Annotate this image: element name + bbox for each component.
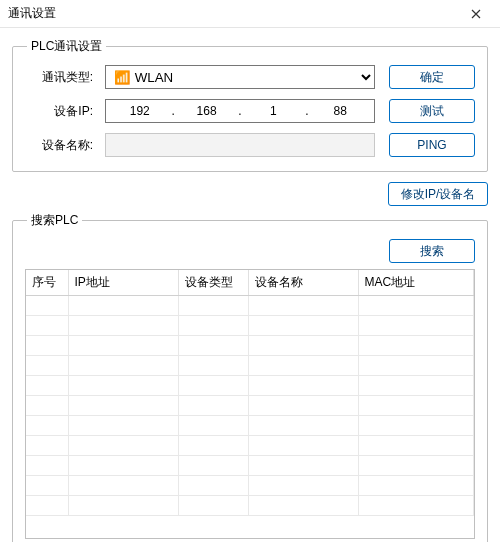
cell-ip (68, 376, 178, 396)
cell-name (248, 456, 358, 476)
cell-ip (68, 436, 178, 456)
cell-name (248, 416, 358, 436)
cell-name (248, 296, 358, 316)
cell-type (178, 416, 248, 436)
cell-mac (358, 416, 474, 436)
results-table-container: 序号 IP地址 设备类型 设备名称 MAC地址 (25, 269, 475, 539)
col-seq[interactable]: 序号 (26, 270, 68, 296)
cell-type (178, 336, 248, 356)
cell-mac (358, 296, 474, 316)
cell-ip (68, 416, 178, 436)
cell-ip (68, 316, 178, 336)
cell-name (248, 316, 358, 336)
search-group-legend: 搜索PLC (27, 212, 82, 229)
cell-ip (68, 296, 178, 316)
plc-comm-settings-group: PLC通讯设置 通讯类型: 📶 WLAN 设备IP: (12, 38, 488, 172)
cell-mac (358, 316, 474, 336)
cell-ip (68, 396, 178, 416)
cell-type (178, 376, 248, 396)
modify-ip-name-button[interactable]: 修改IP/设备名 (388, 182, 488, 206)
ip-octet-4[interactable] (308, 101, 371, 121)
cell-seq (26, 476, 68, 496)
cell-type (178, 456, 248, 476)
cell-seq (26, 336, 68, 356)
cell-mac (358, 456, 474, 476)
cell-name (248, 396, 358, 416)
cell-seq (26, 456, 68, 476)
cell-ip (68, 476, 178, 496)
cell-ip (68, 356, 178, 376)
ping-button[interactable]: PING (389, 133, 475, 157)
title-bar: 通讯设置 (0, 0, 500, 28)
table-row[interactable] (26, 296, 474, 316)
cell-ip (68, 456, 178, 476)
device-ip-input[interactable]: . . . (105, 99, 375, 123)
col-mac[interactable]: MAC地址 (358, 270, 474, 296)
window-title: 通讯设置 (8, 5, 460, 22)
test-button[interactable]: 测试 (389, 99, 475, 123)
cell-mac (358, 396, 474, 416)
cell-type (178, 316, 248, 336)
cell-mac (358, 436, 474, 456)
cell-type (178, 296, 248, 316)
cell-name (248, 436, 358, 456)
device-ip-label: 设备IP: (25, 103, 95, 120)
cell-name (248, 336, 358, 356)
table-row[interactable] (26, 416, 474, 436)
cell-mac (358, 476, 474, 496)
cell-seq (26, 376, 68, 396)
ip-octet-1[interactable] (108, 101, 171, 121)
table-row[interactable] (26, 496, 474, 516)
device-name-label: 设备名称: (25, 137, 95, 154)
ip-octet-3[interactable] (242, 101, 305, 121)
col-name[interactable]: 设备名称 (248, 270, 358, 296)
cell-seq (26, 396, 68, 416)
cell-type (178, 476, 248, 496)
comm-type-select[interactable]: 📶 WLAN (105, 65, 375, 89)
cell-mac (358, 356, 474, 376)
ok-button[interactable]: 确定 (389, 65, 475, 89)
cell-type (178, 396, 248, 416)
table-header-row: 序号 IP地址 设备类型 设备名称 MAC地址 (26, 270, 474, 296)
table-row[interactable] (26, 376, 474, 396)
table-row[interactable] (26, 336, 474, 356)
plc-group-legend: PLC通讯设置 (27, 38, 106, 55)
cell-name (248, 476, 358, 496)
cell-name (248, 356, 358, 376)
table-row[interactable] (26, 436, 474, 456)
cell-name (248, 376, 358, 396)
ip-octet-2[interactable] (175, 101, 238, 121)
device-name-field (105, 133, 375, 157)
cell-ip (68, 496, 178, 516)
close-icon (471, 9, 481, 19)
table-row[interactable] (26, 356, 474, 376)
search-plc-group: 搜索PLC 搜索 序号 IP地址 设备类型 设备名称 MAC地址 (12, 212, 488, 542)
cell-type (178, 436, 248, 456)
table-row[interactable] (26, 396, 474, 416)
search-button[interactable]: 搜索 (389, 239, 475, 263)
cell-ip (68, 336, 178, 356)
cell-type (178, 356, 248, 376)
col-type[interactable]: 设备类型 (178, 270, 248, 296)
table-row[interactable] (26, 456, 474, 476)
cell-seq (26, 436, 68, 456)
cell-mac (358, 336, 474, 356)
client-area: PLC通讯设置 通讯类型: 📶 WLAN 设备IP: (0, 28, 500, 542)
results-table: 序号 IP地址 设备类型 设备名称 MAC地址 (26, 270, 474, 516)
cell-seq (26, 496, 68, 516)
close-button[interactable] (460, 2, 492, 26)
cell-mac (358, 376, 474, 396)
cell-mac (358, 496, 474, 516)
cell-seq (26, 316, 68, 336)
cell-seq (26, 416, 68, 436)
comm-type-label: 通讯类型: (25, 69, 95, 86)
table-row[interactable] (26, 316, 474, 336)
cell-type (178, 496, 248, 516)
cell-seq (26, 356, 68, 376)
cell-name (248, 496, 358, 516)
col-ip[interactable]: IP地址 (68, 270, 178, 296)
table-row[interactable] (26, 476, 474, 496)
cell-seq (26, 296, 68, 316)
